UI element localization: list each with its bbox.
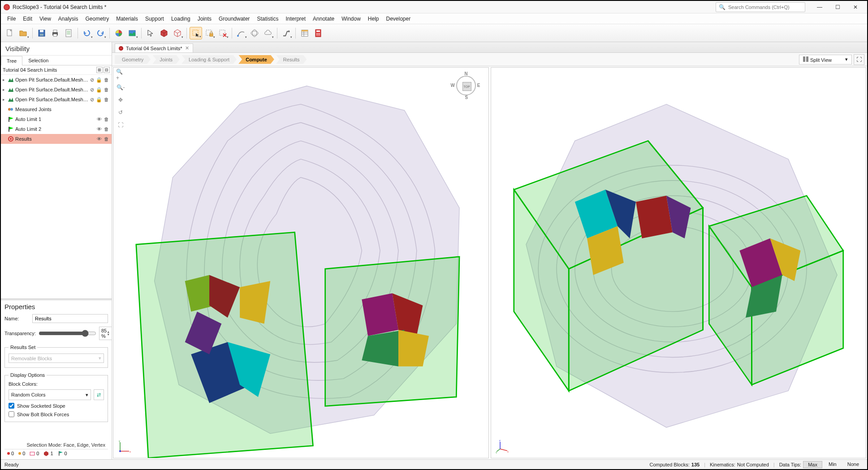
menu-analysis[interactable]: Analysis — [55, 14, 82, 23]
data-tip-min[interactable]: Min — [824, 461, 841, 468]
compass-cube[interactable]: TOP — [462, 82, 471, 91]
menu-annotate[interactable]: Annotate — [309, 14, 338, 23]
lock-icon[interactable]: 🔒 — [95, 97, 103, 103]
print-button[interactable] — [49, 27, 61, 39]
data-tip-none[interactable]: None — [843, 461, 864, 468]
workflow-step-results[interactable]: Results — [276, 55, 307, 64]
delete-icon[interactable]: 🗑 — [103, 87, 110, 92]
calculator-button[interactable] — [312, 27, 324, 39]
shuffle-colors-button[interactable]: ⇄ — [94, 389, 104, 400]
zoom-in-icon[interactable]: 🔍+ — [116, 70, 125, 79]
view-compass[interactable]: TOP N S E W — [453, 72, 479, 99]
collapse-all-icon[interactable]: ⊟ — [104, 67, 110, 73]
menu-interpret[interactable]: Interpret — [282, 14, 309, 23]
menu-help[interactable]: Help — [364, 14, 383, 23]
tree-row-2[interactable]: ▸Open Pit Surface.Default.Mesh_ext.⊘🔒🗑 — [1, 95, 112, 104]
expand-all-icon[interactable]: ⊞ — [96, 67, 103, 73]
report-button[interactable] — [62, 27, 75, 39]
spin-down-icon[interactable]: ▼ — [107, 333, 110, 336]
workflow-step-compute[interactable]: Compute — [238, 55, 274, 64]
visibility-eye-icon[interactable]: 👁 — [95, 136, 103, 142]
workflow-step-joints[interactable]: Joints — [152, 55, 180, 64]
delete-icon[interactable]: 🗑 — [103, 77, 110, 82]
delete-box-button[interactable]: ▾ — [216, 27, 229, 39]
menu-materials[interactable]: Materials — [112, 14, 142, 23]
cloud-button[interactable]: ▾ — [262, 27, 274, 39]
menu-view[interactable]: View — [36, 14, 55, 23]
viewport-perspective[interactable]: x y z — [491, 67, 867, 458]
visibility-eye-icon[interactable]: 👁 — [95, 126, 103, 132]
show-bolt-checkbox[interactable] — [9, 411, 14, 417]
menu-groundwater[interactable]: Groundwater — [215, 14, 253, 23]
open-file-button[interactable]: ▾ — [17, 27, 30, 39]
workflow-step-loading-support[interactable]: Loading & Support — [181, 55, 237, 64]
delete-icon[interactable]: 🗑 — [103, 97, 110, 102]
new-file-button[interactable] — [4, 27, 16, 39]
lock-icon[interactable]: 🔒 — [95, 87, 103, 93]
visibility-tab-tree[interactable]: Tree — [1, 56, 22, 65]
view-mode-select[interactable]: Split View ▾ — [799, 55, 852, 65]
menu-file[interactable]: File — [4, 14, 19, 23]
cube-red-button[interactable] — [158, 27, 170, 39]
pan-icon[interactable]: ✥ — [116, 95, 125, 104]
minimize-button[interactable]: — — [811, 1, 829, 13]
cube-wire-button[interactable]: ▾ — [171, 27, 184, 39]
command-search[interactable]: 🔍 — [716, 2, 805, 12]
lock-box-button[interactable]: ▾ — [203, 27, 216, 39]
delete-icon[interactable]: 🗑 — [103, 126, 110, 132]
tree-row-3[interactable]: Measured Joints — [1, 104, 112, 114]
orbit-icon[interactable]: ↺ — [116, 108, 125, 117]
save-button[interactable] — [35, 27, 48, 39]
lock-icon[interactable]: 🔒 — [95, 77, 103, 83]
select-button[interactable] — [144, 27, 157, 39]
transparency-slider[interactable] — [39, 330, 96, 337]
name-input[interactable] — [32, 314, 108, 323]
menu-statistics[interactable]: Statistics — [253, 14, 282, 23]
menu-window[interactable]: Window — [338, 14, 364, 23]
move-button[interactable]: ▾ — [280, 27, 293, 39]
box-select-button[interactable]: ▾ — [190, 27, 202, 39]
tree-row-1[interactable]: ▸Open Pit Surface.Default.Mesh_ext.⊘🔒🗑 — [1, 85, 112, 95]
menu-geometry[interactable]: Geometry — [82, 14, 113, 23]
zoom-out-icon[interactable]: 🔍- — [116, 83, 125, 92]
transparency-value-box[interactable]: 85 % ▲▼ — [99, 327, 112, 340]
menu-loading[interactable]: Loading — [168, 14, 194, 23]
visibility-hidden-icon[interactable]: ⊘ — [88, 97, 95, 103]
delete-icon[interactable]: 🗑 — [103, 116, 110, 122]
block-colors-select[interactable]: Random Colors ▾ — [9, 389, 91, 400]
mesh-button[interactable] — [248, 27, 261, 39]
menu-edit[interactable]: Edit — [19, 14, 36, 23]
command-search-input[interactable] — [728, 4, 802, 10]
tree-row-6[interactable]: Results👁🗑 — [1, 134, 112, 144]
visibility-hidden-icon[interactable]: ⊘ — [88, 87, 95, 93]
close-button[interactable]: ✕ — [846, 1, 864, 13]
tree-row-4[interactable]: Auto Limit 1👁🗑 — [1, 114, 112, 124]
show-socketed-checkbox[interactable] — [9, 403, 14, 409]
redo-button[interactable]: ▾ — [94, 27, 107, 39]
tree-row-0[interactable]: ▸Open Pit Surface.Default.Mesh_ext.⊘🔒🗑 — [1, 75, 112, 85]
visibility-hidden-icon[interactable]: ⊘ — [88, 77, 95, 83]
menu-joints[interactable]: Joints — [194, 14, 215, 23]
visibility-tab-selection[interactable]: Selection — [22, 56, 54, 65]
workflow-step-geometry[interactable]: Geometry — [115, 55, 151, 64]
menu-developer[interactable]: Developer — [383, 14, 415, 23]
expand-arrow-icon[interactable]: ▸ — [3, 87, 7, 92]
menu-support[interactable]: Support — [142, 14, 168, 23]
maximize-viewport-button[interactable]: ⛶ — [854, 54, 864, 65]
delete-icon[interactable]: 🗑 — [103, 136, 110, 142]
pen-curve-button[interactable]: ▾ — [235, 27, 247, 39]
maximize-button[interactable]: ☐ — [829, 1, 846, 13]
fit-icon[interactable]: ⛶ — [116, 121, 125, 129]
data-tip-max[interactable]: Max — [803, 461, 822, 468]
color-wheel-button[interactable] — [112, 27, 125, 39]
visibility-eye-icon[interactable]: 👁 — [95, 116, 103, 122]
undo-button[interactable]: ▾ — [81, 27, 93, 39]
image-button[interactable]: ▾ — [126, 27, 138, 39]
tree-row-5[interactable]: Auto Limit 2👁🗑 — [1, 124, 112, 134]
expand-arrow-icon[interactable]: ▸ — [3, 97, 7, 102]
viewport-top[interactable]: 🔍+ 🔍- ✥ ↺ ⛶ TOP N S E W x y — [113, 67, 489, 458]
expand-arrow-icon[interactable]: ▸ — [3, 78, 7, 82]
close-tab-icon[interactable]: ✕ — [185, 45, 189, 51]
table-button[interactable] — [298, 27, 311, 39]
results-set-select[interactable]: Removable Blocks ▾ — [9, 354, 104, 363]
